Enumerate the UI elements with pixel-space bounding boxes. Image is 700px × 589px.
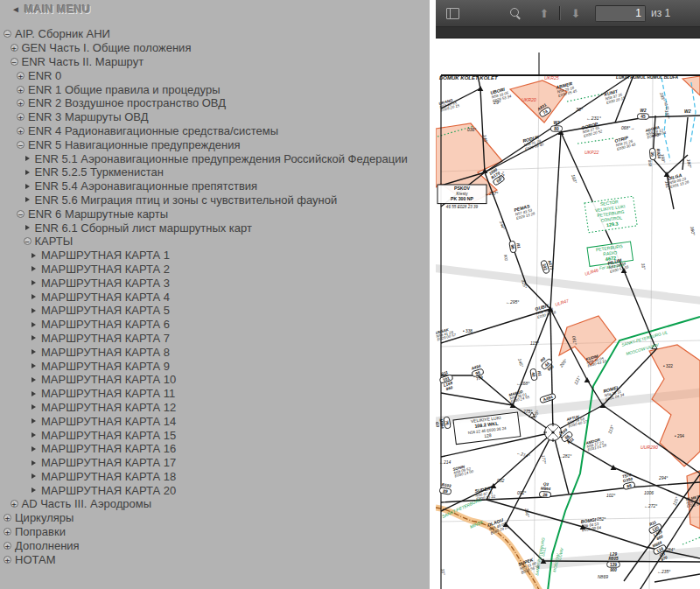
tree-item-label[interactable]: МАРШРУТНАЯ КАРТА 16: [41, 442, 176, 455]
tree-item[interactable]: МАРШРУТНАЯ КАРТА 10: [0, 373, 430, 387]
expand-arrow-icon[interactable]: [32, 404, 36, 410]
tree-item-label[interactable]: МАРШРУТНАЯ КАРТА 17: [41, 456, 176, 469]
tree-item-label[interactable]: МАРШРУТНАЯ КАРТА 15: [41, 429, 176, 442]
expand-plus-icon[interactable]: +: [17, 72, 24, 80]
tree-item-label[interactable]: AIP. Сборник АНИ: [15, 27, 110, 40]
tree-item[interactable]: −КАРТЫ: [0, 235, 430, 249]
tree-item-label[interactable]: МАРШРУТНАЯ КАРТА 6: [41, 318, 170, 331]
expand-plus-icon[interactable]: +: [4, 514, 11, 522]
tree-item-label[interactable]: МАРШРУТНАЯ КАРТА 8: [41, 346, 170, 359]
tree-item[interactable]: МАРШРУТНАЯ КАРТА 15: [0, 428, 430, 442]
expand-arrow-icon[interactable]: [25, 184, 30, 189]
tree-item-label[interactable]: МАРШРУТНАЯ КАРТА 5: [41, 304, 170, 317]
collapse-minus-icon[interactable]: −: [24, 237, 32, 245]
expand-plus-icon[interactable]: +: [4, 556, 11, 564]
expand-arrow-icon[interactable]: [32, 294, 36, 299]
tree-item[interactable]: −ENR Часть II. Маршрут: [0, 55, 430, 69]
tree-item-label[interactable]: МАРШРУТНАЯ КАРТА 20: [41, 484, 176, 497]
tree-item[interactable]: ENR 5.6 Миграция птиц и зоны с чувствите…: [0, 193, 430, 207]
tree-item-label[interactable]: Циркуляры: [15, 511, 74, 524]
tree-item-label[interactable]: ENR 2 Воздушное пространство ОВД: [28, 96, 226, 109]
expand-arrow-icon[interactable]: [32, 266, 36, 271]
expand-plus-icon[interactable]: +: [17, 127, 24, 135]
tree-item[interactable]: МАРШРУТНАЯ КАРТА 6: [0, 318, 430, 332]
tree-item[interactable]: −ENR 5 Навигационные предупреждения: [0, 137, 430, 151]
tree-item[interactable]: МАРШРУТНАЯ КАРТА 20: [0, 483, 430, 497]
tree-item[interactable]: +ENR 2 Воздушное пространство ОВД: [0, 96, 430, 110]
tree-item-label[interactable]: МАРШРУТНАЯ КАРТА 12: [41, 401, 176, 414]
expand-plus-icon[interactable]: +: [4, 542, 11, 550]
expand-plus-icon[interactable]: +: [10, 500, 18, 508]
tree-item[interactable]: ENR 5.4 Аэронавигационные препятствия: [0, 179, 430, 193]
tree-item-label[interactable]: ENR 5.2.5 Туркменистан: [35, 165, 164, 179]
tree-item-label[interactable]: НОТАМ: [15, 553, 56, 566]
next-page-button[interactable]: ⬇: [565, 4, 586, 23]
expand-arrow-icon[interactable]: [25, 156, 30, 161]
tree-item[interactable]: +ENR 0: [0, 68, 430, 82]
tree-item-label[interactable]: МАРШРУТНАЯ КАРТА 2: [41, 263, 170, 276]
expand-arrow-icon[interactable]: [32, 377, 36, 382]
tree-item-label[interactable]: МАРШРУТНАЯ КАРТА 4: [41, 291, 170, 304]
tree-item[interactable]: +Дополнения: [0, 538, 430, 552]
tree-item[interactable]: МАРШРУТНАЯ КАРТА 14: [0, 414, 430, 428]
expand-arrow-icon[interactable]: [32, 349, 36, 354]
tree-item-label[interactable]: ENR 6.1 Сборный лист маршрутных карт: [35, 221, 252, 235]
tree-item[interactable]: ENR 5.1 Аэронавигационные предупреждения…: [0, 151, 430, 165]
expand-arrow-icon[interactable]: [32, 280, 36, 285]
tree-item-label[interactable]: ENR 0: [28, 69, 61, 82]
tree-item[interactable]: +AD Часть III. Аэродромы: [0, 497, 430, 511]
tree-item-label[interactable]: ENR 3 Маршруты ОВД: [28, 110, 149, 123]
expand-arrow-icon[interactable]: [32, 322, 36, 327]
tree-item-label[interactable]: ENR 6 Маршрутные карты: [28, 207, 168, 221]
expand-arrow-icon[interactable]: [32, 460, 36, 466]
tree-item-label[interactable]: ENR 5.1 Аэронавигационные предупреждения…: [35, 152, 408, 165]
expand-arrow-icon[interactable]: [32, 473, 36, 479]
tree-item-label[interactable]: МАРШРУТНАЯ КАРТА 11: [41, 387, 175, 400]
tree-item[interactable]: +Циркуляры: [0, 511, 430, 525]
panel-divider[interactable]: [430, 0, 436, 589]
expand-plus-icon[interactable]: +: [17, 86, 24, 94]
tree-item[interactable]: МАРШРУТНАЯ КАРТА 4: [0, 290, 430, 304]
tree-item-label[interactable]: МАРШРУТНАЯ КАРТА 10: [41, 373, 176, 386]
tree-item[interactable]: МАРШРУТНАЯ КАРТА 18: [0, 470, 430, 484]
tree-item-label[interactable]: МАРШРУТНАЯ КАРТА 7: [41, 332, 170, 345]
tree-item[interactable]: МАРШРУТНАЯ КАРТА 2: [0, 263, 430, 277]
find-button[interactable]: [502, 4, 523, 23]
tree-item-label[interactable]: ENR 1 Общие правила и процедуры: [28, 83, 220, 96]
tree-item[interactable]: +ENR 4 Радионавигационные средства/систе…: [0, 124, 430, 138]
expand-arrow-icon[interactable]: [25, 225, 30, 230]
expand-arrow-icon[interactable]: [32, 432, 36, 438]
expand-arrow-icon[interactable]: [32, 308, 36, 313]
tree-item[interactable]: ENR 5.2.5 Туркменистан: [0, 165, 430, 179]
tree-item-label[interactable]: КАРТЫ: [35, 235, 74, 248]
expand-arrow-icon[interactable]: [25, 170, 30, 175]
tree-item[interactable]: МАРШРУТНАЯ КАРТА 8: [0, 345, 430, 359]
expand-arrow-icon[interactable]: [32, 418, 36, 424]
collapse-minus-icon[interactable]: −: [17, 141, 24, 149]
page-number-input[interactable]: [595, 5, 646, 22]
expand-plus-icon[interactable]: +: [17, 99, 24, 107]
tree-item-label[interactable]: МАРШРУТНАЯ КАРТА 3: [41, 277, 170, 290]
tree-item-label[interactable]: Дополнения: [15, 539, 80, 552]
tree-item[interactable]: +ENR 1 Общие правила и процедуры: [0, 82, 430, 96]
expand-arrow-icon[interactable]: [32, 335, 36, 340]
tree-item[interactable]: МАРШРУТНАЯ КАРТА 3: [0, 276, 430, 290]
tree-item-label[interactable]: МАРШРУТНАЯ КАРТА 14: [41, 415, 176, 428]
tree-item[interactable]: МАРШРУТНАЯ КАРТА 7: [0, 332, 430, 346]
tree-item-label[interactable]: ENR 4 Радионавигационные средства/систем…: [28, 124, 278, 137]
expand-arrow-icon[interactable]: [32, 487, 36, 493]
expand-plus-icon[interactable]: +: [4, 528, 11, 536]
tree-item[interactable]: МАРШРУТНАЯ КАРТА 16: [0, 442, 430, 456]
tree-item[interactable]: МАРШРУТНАЯ КАРТА 11: [0, 387, 430, 401]
expand-plus-icon[interactable]: +: [17, 113, 24, 121]
tree-item[interactable]: −ENR 6 Маршрутные карты: [0, 207, 430, 221]
tree-item[interactable]: +GEN Часть I. Общие положения: [0, 41, 430, 55]
tree-item-label[interactable]: Поправки: [15, 525, 66, 538]
expand-arrow-icon[interactable]: [32, 363, 36, 368]
tree-item[interactable]: МАРШРУТНАЯ КАРТА 9: [0, 359, 430, 373]
expand-arrow-icon[interactable]: [32, 446, 36, 452]
tree-item-label[interactable]: ENR 5.4 Аэронавигационные препятствия: [35, 179, 258, 193]
sidebar-toggle-button[interactable]: [442, 4, 463, 23]
collapse-minus-icon[interactable]: −: [4, 30, 11, 38]
tree-item[interactable]: +ENR 3 Маршруты ОВД: [0, 110, 430, 124]
